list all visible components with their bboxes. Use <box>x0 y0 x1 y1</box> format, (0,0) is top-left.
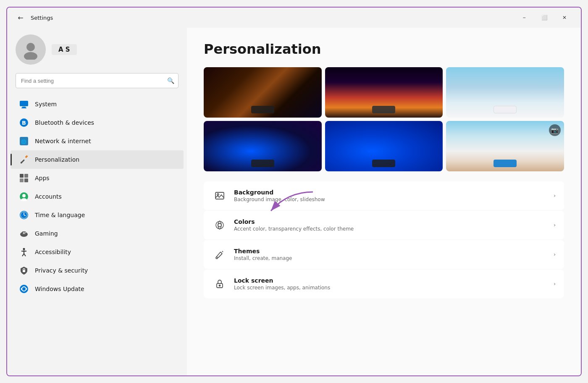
search-box: 🔍 <box>16 73 178 88</box>
taskbar-preview-4 <box>251 160 274 167</box>
camera-badge: 📷 <box>549 124 561 136</box>
sidebar-label-update: Windows Update <box>35 286 84 292</box>
sidebar-item-accessibility[interactable]: Accessibility <box>10 243 184 261</box>
svg-rect-2 <box>20 101 28 106</box>
sidebar-label-system: System <box>35 101 57 108</box>
sidebar-label-bluetooth: Bluetooth & devices <box>35 119 94 126</box>
svg-rect-14 <box>20 178 24 182</box>
settings-window: ← Settings − ⬜ ✕ A S <box>6 7 582 376</box>
settings-item-background[interactable]: Background Background image, color, slid… <box>204 181 564 210</box>
background-desc: Background image, color, slideshow <box>234 197 547 202</box>
svg-point-38 <box>217 194 219 195</box>
sidebar-item-gaming[interactable]: Gaming <box>10 224 184 243</box>
lockscreen-title: Lock screen <box>234 277 547 284</box>
profile-initials[interactable]: A S <box>52 44 77 55</box>
wallpaper-option-4[interactable] <box>204 121 322 171</box>
svg-rect-15 <box>24 178 28 182</box>
page-title: Personalization <box>204 41 564 57</box>
svg-rect-4 <box>21 108 26 108</box>
main-panel: Personalization <box>187 28 581 375</box>
sidebar-item-system[interactable]: System <box>10 95 184 113</box>
svg-rect-12 <box>20 174 24 178</box>
themes-title: Themes <box>234 248 547 254</box>
background-text: Background Background image, color, slid… <box>234 189 547 202</box>
svg-rect-13 <box>24 174 28 178</box>
svg-line-46 <box>222 251 223 252</box>
svg-rect-33 <box>23 270 25 272</box>
sidebar-item-network[interactable]: 🌐 Network & internet <box>10 132 184 150</box>
avatar <box>16 34 46 65</box>
wallpaper-option-5[interactable] <box>325 121 443 171</box>
gaming-icon <box>19 228 29 239</box>
taskbar-preview-3 <box>494 106 517 113</box>
wallpaper-option-6[interactable]: 📷 <box>446 121 564 171</box>
sidebar-item-update[interactable]: Windows Update <box>10 280 184 298</box>
sidebar-label-apps: Apps <box>35 175 50 181</box>
lockscreen-text: Lock screen Lock screen images, apps, an… <box>234 277 547 291</box>
sidebar-label-privacy: Privacy & security <box>35 267 88 274</box>
back-button[interactable]: ← <box>14 11 27 24</box>
sidebar-item-time[interactable]: Time & language <box>10 206 184 224</box>
wallpaper-grid: 📷 <box>204 67 564 171</box>
sidebar-item-privacy[interactable]: Privacy & security <box>10 261 184 280</box>
svg-rect-3 <box>22 107 26 108</box>
privacy-icon <box>19 265 29 275</box>
lockscreen-icon <box>212 276 227 291</box>
themes-desc: Install, create, manage <box>234 255 547 261</box>
wallpaper-option-2[interactable] <box>325 67 443 118</box>
background-chevron: › <box>554 193 556 199</box>
svg-point-1 <box>24 52 37 60</box>
taskbar-preview-1 <box>251 106 274 113</box>
window-controls: − ⬜ ✕ <box>514 11 574 24</box>
svg-point-27 <box>25 232 26 233</box>
window-title: Settings <box>31 15 53 21</box>
background-title: Background <box>234 189 547 196</box>
settings-item-colors[interactable]: Colors Accent color, transparency effect… <box>204 211 564 239</box>
system-icon <box>19 99 29 109</box>
sidebar-label-personalization: Personalization <box>35 156 79 163</box>
taskbar-preview-6 <box>494 160 517 167</box>
svg-point-0 <box>26 43 35 51</box>
settings-list: Background Background image, color, slid… <box>204 181 564 298</box>
sidebar-label-accessibility: Accessibility <box>35 249 71 255</box>
sidebar-label-time: Time & language <box>35 212 85 218</box>
content-area: A S 🔍 System <box>7 28 581 375</box>
sidebar-item-apps[interactable]: Apps <box>10 169 184 187</box>
close-button[interactable]: ✕ <box>555 11 574 24</box>
svg-rect-37 <box>215 192 224 199</box>
colors-title: Colors <box>234 218 547 225</box>
colors-desc: Accent color, transparency effects, colo… <box>234 226 547 232</box>
settings-item-lockscreen[interactable]: Lock screen Lock screen images, apps, an… <box>204 270 564 298</box>
settings-item-themes[interactable]: Themes Install, create, manage › <box>204 240 564 269</box>
sidebar-item-accounts[interactable]: Accounts <box>10 187 184 206</box>
accounts-icon <box>19 192 29 202</box>
personalization-icon <box>19 155 29 165</box>
taskbar-preview-2 <box>372 106 395 113</box>
svg-point-40 <box>216 221 223 229</box>
time-icon <box>19 210 29 220</box>
maximize-button[interactable]: ⬜ <box>535 11 554 24</box>
lockscreen-desc: Lock screen images, apps, animations <box>234 285 547 291</box>
svg-line-32 <box>24 254 26 256</box>
network-icon: 🌐 <box>19 136 29 146</box>
background-icon <box>212 188 227 203</box>
sidebar: A S 🔍 System <box>7 28 187 375</box>
profile-section: A S <box>7 28 187 73</box>
sidebar-item-personalization[interactable]: Personalization <box>10 150 184 169</box>
sidebar-item-bluetooth[interactable]: B Bluetooth & devices <box>10 113 184 132</box>
themes-chevron: › <box>554 252 556 257</box>
svg-text:B: B <box>22 120 26 126</box>
wallpaper-option-1[interactable] <box>204 67 322 118</box>
avatar-icon <box>21 39 41 60</box>
minimize-button[interactable]: − <box>514 11 534 24</box>
sidebar-label-accounts: Accounts <box>35 193 62 200</box>
taskbar-preview-5 <box>372 160 395 167</box>
bluetooth-icon: B <box>19 118 29 128</box>
themes-text: Themes Install, create, manage <box>234 248 547 261</box>
sidebar-nav: System B Bluetooth & devices <box>7 95 187 298</box>
svg-point-17 <box>22 194 26 197</box>
lockscreen-chevron: › <box>554 281 556 287</box>
svg-point-45 <box>216 257 218 259</box>
wallpaper-option-3[interactable] <box>446 67 564 118</box>
search-input[interactable] <box>16 73 178 88</box>
